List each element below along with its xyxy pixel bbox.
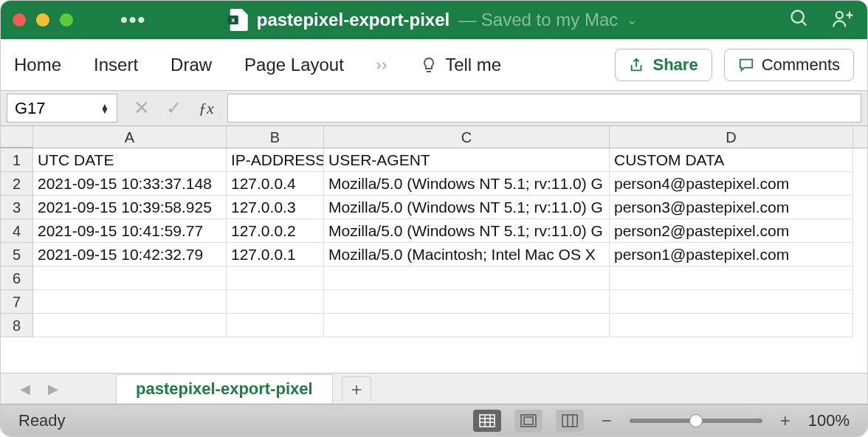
table-row: 2 2021-09-15 10:33:37.148 127.0.0.4 Mozi… [1, 172, 867, 196]
formula-input[interactable] [227, 94, 861, 123]
cell[interactable]: person2@pastepixel.com [610, 219, 853, 243]
cell[interactable]: UTC DATE [33, 148, 227, 172]
fx-icon[interactable]: ƒx [199, 99, 214, 118]
table-row: 7 [1, 290, 867, 314]
cell[interactable]: Mozilla/5.0 (Windows NT 5.1; rv:11.0) G [324, 219, 610, 243]
comment-icon [738, 57, 754, 73]
sheet-tab-bar: ◀ ▶ pastepixel-export-pixel ＋ [1, 373, 867, 404]
zoom-percent[interactable]: 100% [808, 411, 850, 430]
cell[interactable] [33, 314, 227, 337]
svg-rect-11 [524, 417, 533, 424]
row-header[interactable]: 1 [1, 148, 33, 172]
cell[interactable] [227, 314, 324, 337]
cell[interactable]: CUSTOM DATA [610, 148, 853, 172]
window-controls [13, 13, 73, 27]
ribbon: Home Insert Draw Page Layout ›› Tell me … [1, 39, 867, 91]
view-normal-button[interactable] [473, 410, 501, 432]
cell[interactable] [324, 290, 610, 314]
search-icon[interactable] [789, 8, 810, 32]
row-header[interactable]: 5 [1, 243, 33, 266]
sheet-nav-next[interactable]: ▶ [44, 381, 63, 397]
lightbulb-icon [420, 56, 438, 74]
row-header[interactable]: 6 [1, 266, 33, 290]
row-header[interactable]: 4 [1, 219, 33, 243]
cell[interactable]: Mozilla/5.0 (Macintosh; Intel Mac OS X [324, 243, 610, 266]
cell[interactable]: Mozilla/5.0 (Windows NT 5.1; rv:11.0) G [324, 196, 610, 219]
document-title[interactable]: x pastepixel-export-pixel — Saved to my … [230, 9, 638, 31]
status-bar: Ready − + 100% [1, 404, 867, 436]
cell[interactable]: 127.0.0.4 [227, 172, 324, 196]
view-page-layout-button[interactable] [514, 410, 542, 432]
row-header[interactable]: 2 [1, 172, 33, 196]
cell[interactable]: 127.0.0.2 [227, 219, 324, 243]
table-row: 3 2021-09-15 10:39:58.925 127.0.0.3 Mozi… [1, 196, 867, 219]
zoom-in-button[interactable]: + [776, 410, 795, 431]
row-header[interactable]: 8 [1, 314, 33, 337]
tab-home[interactable]: Home [14, 55, 61, 75]
column-header-B[interactable]: B [227, 126, 324, 148]
cell[interactable] [324, 314, 610, 337]
cell[interactable]: 2021-09-15 10:41:59.77 [33, 219, 227, 243]
cell[interactable] [227, 290, 324, 314]
name-box[interactable]: G17 ▲▼ [7, 94, 117, 123]
minimize-window-button[interactable] [36, 13, 49, 27]
cell[interactable]: 127.0.0.1 [227, 243, 324, 266]
sheet-nav-prev[interactable]: ◀ [16, 381, 35, 397]
cell[interactable] [610, 314, 853, 337]
cell[interactable]: person3@pastepixel.com [610, 196, 853, 219]
svg-rect-12 [562, 415, 577, 427]
zoom-slider[interactable] [630, 419, 762, 423]
row-header[interactable]: 7 [1, 290, 33, 314]
cell[interactable]: 2021-09-15 10:39:58.925 [33, 196, 227, 219]
add-sheet-button[interactable]: ＋ [342, 376, 371, 402]
comments-button[interactable]: Comments [724, 49, 854, 81]
cell[interactable] [33, 266, 227, 290]
column-header-D[interactable]: D [610, 126, 853, 148]
fullscreen-window-button[interactable] [60, 13, 73, 27]
row-header[interactable]: 3 [1, 196, 33, 219]
overflow-toolbar-button[interactable]: ••• [120, 8, 146, 32]
cell[interactable]: USER-AGENT [324, 148, 610, 172]
more-tabs-button[interactable]: ›› [376, 56, 388, 73]
view-page-break-button[interactable] [556, 410, 584, 432]
zoom-out-button[interactable]: − [597, 410, 616, 431]
share-button[interactable]: Share [615, 49, 712, 81]
svg-rect-5 [480, 415, 495, 427]
name-box-stepper[interactable]: ▲▼ [100, 104, 109, 113]
cell[interactable]: 2021-09-15 10:33:37.148 [33, 172, 227, 196]
cancel-icon[interactable]: ✕ [134, 97, 150, 120]
share-label: Share [652, 55, 698, 75]
sheet-tab-active[interactable]: pastepixel-export-pixel [116, 374, 333, 403]
tab-draw[interactable]: Draw [170, 55, 212, 75]
cell[interactable]: person1@pastepixel.com [610, 243, 853, 266]
chevron-down-icon[interactable]: ⌄ [627, 12, 638, 28]
zoom-slider-thumb[interactable] [689, 414, 703, 427]
cell[interactable]: IP-ADDRESS [227, 148, 324, 172]
cell[interactable]: 2021-09-15 10:42:32.79 [33, 243, 227, 266]
cell[interactable]: person4@pastepixel.com [610, 172, 853, 196]
cell[interactable]: 127.0.0.3 [227, 196, 324, 219]
svg-point-0 [792, 11, 804, 23]
spreadsheet-grid: A B C D 1 UTC DATE IP-ADDRESS USER-AGENT… [1, 126, 867, 373]
tab-insert[interactable]: Insert [94, 55, 138, 75]
cell[interactable] [324, 266, 610, 290]
tell-me-search[interactable]: Tell me [420, 55, 501, 75]
column-header-A[interactable]: A [33, 126, 227, 148]
close-window-button[interactable] [13, 13, 26, 27]
cell[interactable] [33, 290, 227, 314]
share-people-icon[interactable] [832, 8, 855, 32]
enter-icon[interactable]: ✓ [166, 97, 182, 120]
table-row: 1 UTC DATE IP-ADDRESS USER-AGENT CUSTOM … [1, 148, 867, 172]
cell[interactable] [610, 290, 853, 314]
cell[interactable] [610, 266, 853, 290]
cell[interactable]: Mozilla/5.0 (Windows NT 5.1; rv:11.0) G [324, 172, 610, 196]
name-box-value: G17 [15, 99, 46, 118]
cell[interactable] [227, 266, 324, 290]
table-row: 8 [1, 314, 867, 337]
tell-me-label: Tell me [445, 55, 501, 75]
table-row: 5 2021-09-15 10:42:32.79 127.0.0.1 Mozil… [1, 243, 867, 266]
table-row: 4 2021-09-15 10:41:59.77 127.0.0.2 Mozil… [1, 219, 867, 243]
select-all-corner[interactable] [1, 126, 33, 148]
tab-page-layout[interactable]: Page Layout [244, 55, 344, 75]
column-header-C[interactable]: C [324, 126, 610, 148]
